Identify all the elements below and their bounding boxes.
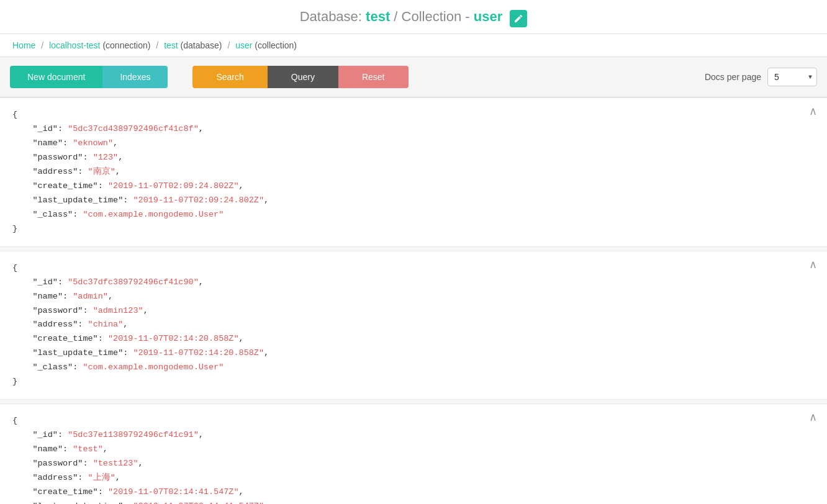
breadcrumb-collection[interactable]: user xyxy=(235,40,252,50)
search-button[interactable]: Search xyxy=(192,66,267,88)
toolbar: New document Indexes Search Query Reset … xyxy=(0,57,827,97)
page-title: Database: test / Collection - user xyxy=(300,9,507,24)
breadcrumb-home[interactable]: Home xyxy=(12,40,35,50)
edit-collection-button[interactable] xyxy=(510,10,527,27)
query-button[interactable]: Query xyxy=(268,66,338,88)
collapse-button[interactable]: ∧ xyxy=(809,106,817,117)
doc-json: { "_id": "5dc37cd4389792496cf41c8f", "na… xyxy=(12,108,815,236)
documents-container: ∧{ "_id": "5dc37cd4389792496cf41c8f", "n… xyxy=(0,97,827,504)
toolbar-middle: Search Query Reset xyxy=(192,66,408,88)
breadcrumb: Home / localhost-test (connection) / tes… xyxy=(0,34,827,57)
breadcrumb-connection[interactable]: localhost-test xyxy=(49,40,100,50)
page-header: Database: test / Collection - user xyxy=(0,0,827,34)
doc-json: { "_id": "5dc37dfc389792496cf41c90", "na… xyxy=(12,261,815,389)
table-row: ∧{ "_id": "5dc37dfc389792496cf41c90", "n… xyxy=(0,251,827,400)
docs-per-page-label: Docs per page xyxy=(705,72,761,82)
new-document-button[interactable]: New document xyxy=(10,66,102,88)
toolbar-left: New document Indexes xyxy=(10,66,168,88)
docs-per-page-wrapper: 5 10 20 50 xyxy=(767,68,817,86)
docs-per-page-select[interactable]: 5 10 20 50 xyxy=(767,68,817,86)
table-row: ∧{ "_id": "5dc37e11389792496cf41c91", "n… xyxy=(0,403,827,504)
collapse-button[interactable]: ∧ xyxy=(809,259,817,270)
collapse-button[interactable]: ∧ xyxy=(809,412,817,423)
breadcrumb-database[interactable]: test xyxy=(164,40,178,50)
doc-json: { "_id": "5dc37e11389792496cf41c91", "na… xyxy=(12,414,815,504)
indexes-button[interactable]: Indexes xyxy=(102,66,168,88)
reset-button[interactable]: Reset xyxy=(338,66,409,88)
pencil-icon xyxy=(513,14,523,24)
table-row: ∧{ "_id": "5dc37cd4389792496cf41c8f", "n… xyxy=(0,97,827,246)
toolbar-right: Docs per page 5 10 20 50 xyxy=(705,68,817,86)
